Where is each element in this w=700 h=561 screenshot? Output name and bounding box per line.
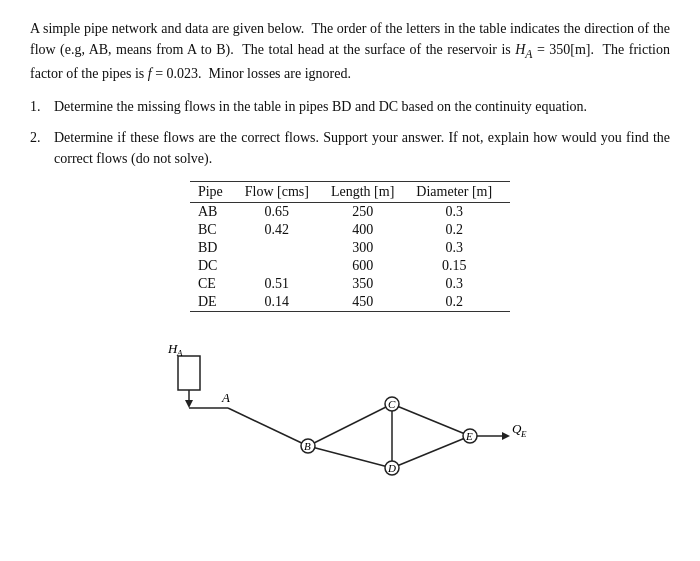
minor-label: Minor [209,66,244,81]
cell-r0-c2: 250 [327,203,412,222]
cell-r2-c3: 0.3 [412,239,510,257]
cell-r1-c3: 0.2 [412,221,510,239]
node-e-label: E [465,430,473,442]
page: A simple pipe network and data are given… [0,0,700,561]
question-2: 2. Determine if these flows are the corr… [30,127,670,169]
node-d-label: D [387,462,396,474]
reservoir-arrow [185,400,193,408]
pipe-bd [308,446,392,468]
cell-r4-c2: 350 [327,275,412,293]
questions-section: 1. Determine the missing flows in the ta… [30,96,670,169]
node-a-label: A [221,390,230,405]
cell-r4-c1: 0.51 [241,275,327,293]
cell-r0-c1: 0.65 [241,203,327,222]
col-flow: Flow [cms] [241,182,327,203]
cell-r2-c0: BD [190,239,241,257]
pipe-network-diagram: H A A Q E [160,328,540,488]
cell-r5-c0: DE [190,293,241,312]
table-row: CE0.513500.3 [190,275,510,293]
reservoir-box [178,356,200,390]
cell-r1-c0: BC [190,221,241,239]
q2-num: 2. [30,127,48,169]
cell-r3-c1 [241,257,327,275]
table-row: DE0.144500.2 [190,293,510,312]
cell-r3-c2: 600 [327,257,412,275]
table-row: AB0.652500.3 [190,203,510,222]
pipe-ce [392,404,470,436]
q1-body: Determine the missing flows in the table… [54,96,587,117]
qe-subscript: E [520,429,527,439]
cell-r5-c3: 0.2 [412,293,510,312]
cell-r4-c3: 0.3 [412,275,510,293]
question-1: 1. Determine the missing flows in the ta… [30,96,670,117]
cell-r0-c3: 0.3 [412,203,510,222]
col-length: Length [m] [327,182,412,203]
cell-r3-c0: DC [190,257,241,275]
unit-m: [m] [570,42,590,57]
cell-r3-c3: 0.15 [412,257,510,275]
pipe-table: Pipe Flow [cms] Length [m] Diameter [m] … [190,181,510,312]
cell-r0-c0: AB [190,203,241,222]
h-a-label: HA [515,42,532,57]
q1-num: 1. [30,96,48,117]
table-row: BD3000.3 [190,239,510,257]
intro-paragraph: A simple pipe network and data are given… [30,18,670,84]
pipe-bc [308,404,392,446]
pipe-table-section: Pipe Flow [cms] Length [m] Diameter [m] … [30,181,670,312]
cell-r2-c1 [241,239,327,257]
cell-r1-c2: 400 [327,221,412,239]
pipe-ab-diag [228,408,308,446]
table-row: BC0.424000.2 [190,221,510,239]
cell-r5-c1: 0.14 [241,293,327,312]
cell-r5-c2: 450 [327,293,412,312]
q2-body: Determine if these flows are the correct… [54,127,670,169]
node-b-label: B [304,440,311,452]
table-row: DC6000.15 [190,257,510,275]
node-c-label: C [388,398,396,410]
cell-r4-c0: CE [190,275,241,293]
diagram-section: H A A Q E [30,328,670,488]
cell-r2-c2: 300 [327,239,412,257]
col-diameter: Diameter [m] [412,182,510,203]
cell-r1-c1: 0.42 [241,221,327,239]
outflow-arrow [502,432,510,440]
f-label: f [148,66,152,81]
ha-subscript: A [176,348,183,358]
pipe-de [392,436,470,468]
col-pipe: Pipe [190,182,241,203]
